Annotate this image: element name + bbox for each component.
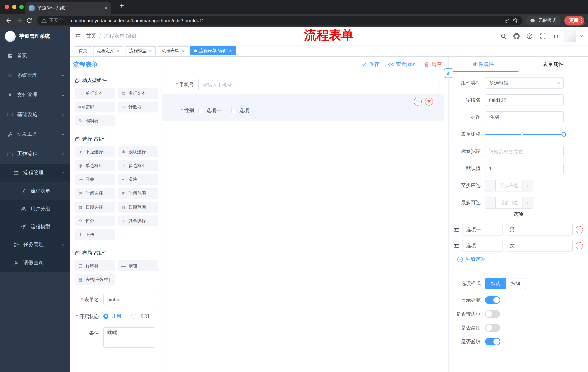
min-select-input[interactable] (496, 180, 523, 191)
option-name-input[interactable] (462, 240, 503, 252)
tag-close-icon[interactable] (116, 49, 120, 53)
decrease-button[interactable]: − (485, 180, 496, 191)
form-canvas[interactable]: 手机号 性别 选项一 选项二 (162, 72, 448, 372)
reload-button[interactable] (24, 15, 34, 25)
tag-close-icon[interactable] (229, 49, 232, 53)
drag-handle-icon[interactable] (454, 243, 459, 248)
tag-process-form[interactable]: 流程表单 (158, 46, 188, 55)
palette-item-password[interactable]: ∗∗密码 (75, 102, 115, 112)
option-value-input[interactable] (506, 224, 573, 235)
link-icon-button[interactable] (444, 68, 453, 78)
search-icon[interactable] (498, 31, 508, 41)
palette-item-date-picker[interactable]: ▦日期选择 (75, 202, 115, 213)
remark-textarea[interactable]: 嘿嘿 (103, 327, 155, 348)
palette-item-counter[interactable]: 123计数器 (118, 102, 158, 112)
disabled-switch[interactable] (485, 324, 500, 332)
default-value-input[interactable] (485, 163, 564, 174)
tab-component-props[interactable]: 组件属性 (449, 57, 518, 72)
palette-item-editor[interactable]: ✎编辑器 (75, 115, 115, 126)
sidebar-item-process-management[interactable]: 流程管理 (0, 164, 70, 182)
sidebar-toggle[interactable] (70, 27, 86, 45)
max-select-input[interactable] (496, 197, 523, 208)
palette-item-upload[interactable]: ↥上传 (75, 229, 115, 240)
palette-item-switch[interactable]: ⊶开关 (75, 174, 115, 185)
palette-item-radio-group[interactable]: ◉单选框组 (75, 160, 115, 171)
avatar[interactable] (564, 30, 576, 42)
title-input[interactable] (485, 111, 564, 123)
palette-item-color-picker[interactable]: ◑颜色选择 (118, 215, 158, 226)
sidebar-item-process-form[interactable]: 流程表单 (0, 182, 70, 200)
browser-menu-icon[interactable] (581, 18, 582, 23)
new-tab-button[interactable] (116, 0, 127, 11)
palette-item-checkbox-group[interactable]: ☑多选框组 (118, 160, 158, 171)
palette-item-multi-line-text[interactable]: ▤多行文本 (118, 88, 158, 99)
save-button[interactable]: 保存 (362, 61, 379, 68)
increase-button[interactable]: + (523, 180, 533, 191)
bookmark-star-icon[interactable] (512, 18, 518, 23)
label-width-input[interactable] (485, 146, 564, 157)
gender-option-1-checkbox[interactable]: 选项一 (198, 107, 221, 114)
add-option-button[interactable]: + 添加选项 (457, 256, 588, 262)
app-logo[interactable]: 芋道管理系统 (0, 27, 70, 46)
forward-button[interactable] (14, 15, 24, 25)
view-json-button[interactable]: 查看json (388, 61, 416, 68)
password-key-icon[interactable] (504, 18, 510, 23)
field-name-input[interactable] (485, 94, 564, 106)
palette-item-time-range[interactable]: ◴时间范围 (118, 188, 158, 199)
address-bar[interactable]: 不安全 dashboard.yudao.iocoder.cn/bpm/manag… (37, 15, 523, 25)
tag-home[interactable]: 首页 (75, 46, 91, 55)
decrease-button[interactable]: − (485, 197, 496, 208)
drag-handle-icon[interactable] (454, 227, 459, 233)
sidebar-item-process-model[interactable]: 流程模型 (0, 218, 70, 235)
maximize-window-button[interactable] (19, 5, 24, 9)
required-switch[interactable] (485, 338, 500, 345)
palette-item-rate[interactable]: ☆评分 (75, 215, 115, 226)
tag-process-form-edit[interactable]: 流程表单-编辑 (190, 46, 236, 55)
component-type-select[interactable] (485, 77, 564, 89)
tag-process-model[interactable]: 流程模型 (126, 46, 156, 55)
style-default-button[interactable]: 默认 (485, 278, 506, 289)
palette-item-button[interactable]: ▬按钮 (118, 260, 158, 271)
close-window-button[interactable] (5, 5, 9, 9)
phone-input[interactable] (198, 79, 439, 91)
gender-option-2-checkbox[interactable]: 选项二 (231, 107, 254, 114)
avatar-caret-icon[interactable] (580, 35, 583, 37)
palette-item-single-line-text[interactable]: ▭单行文本 (75, 88, 115, 99)
slider-handle[interactable] (561, 132, 566, 137)
increase-button[interactable]: + (523, 197, 533, 208)
sidebar-item-system[interactable]: 系统管理 (0, 65, 70, 85)
palette-item-time-picker[interactable]: ◷时间选择 (75, 188, 115, 199)
minimize-window-button[interactable] (12, 5, 16, 9)
remove-option-button[interactable]: − (576, 242, 583, 249)
palette-item-row-container[interactable]: ▢行容器 (75, 260, 115, 271)
palette-item-cascader[interactable]: ⋔级联选择 (118, 146, 158, 157)
help-icon[interactable] (525, 31, 535, 41)
slider-track[interactable] (485, 133, 564, 135)
copy-field-button[interactable] (414, 97, 422, 106)
sidebar-item-devtools[interactable]: 研发工具 (0, 125, 70, 144)
option-name-input[interactable] (462, 224, 503, 235)
tag-process-definition[interactable]: 流程定义 (93, 46, 123, 55)
option-value-input[interactable] (506, 240, 573, 252)
breadcrumb-home[interactable]: 首页 (86, 33, 96, 39)
clear-button[interactable]: 清空 (424, 61, 442, 68)
tag-close-icon[interactable] (149, 49, 152, 53)
status-off-radio[interactable]: 关闭 (131, 313, 149, 319)
tag-close-icon[interactable] (181, 49, 184, 53)
back-button[interactable] (4, 15, 14, 25)
browser-tab[interactable]: 芋道管理系统 (25, 2, 111, 14)
palette-item-date-range[interactable]: ▥日期范围 (118, 202, 158, 213)
tab-close-icon[interactable] (104, 6, 108, 10)
palette-item-slider[interactable]: ⊸滑块 (118, 174, 158, 185)
with-border-switch[interactable] (485, 310, 500, 318)
sidebar-item-leave-query[interactable]: 请假查询 (0, 254, 70, 272)
fullscreen-icon[interactable] (538, 31, 548, 41)
sidebar-item-infrastructure[interactable]: 基础设施 (0, 105, 70, 125)
remove-option-button[interactable]: − (576, 226, 583, 233)
sidebar-item-user-groups[interactable]: 用户分组 (0, 200, 70, 218)
tab-form-props[interactable]: 表单属性 (518, 57, 588, 72)
form-name-input[interactable] (103, 294, 155, 305)
security-warning-icon[interactable] (42, 18, 47, 23)
status-on-radio[interactable]: 开启 (103, 313, 121, 319)
sidebar-item-home[interactable]: 首页 (0, 46, 70, 65)
